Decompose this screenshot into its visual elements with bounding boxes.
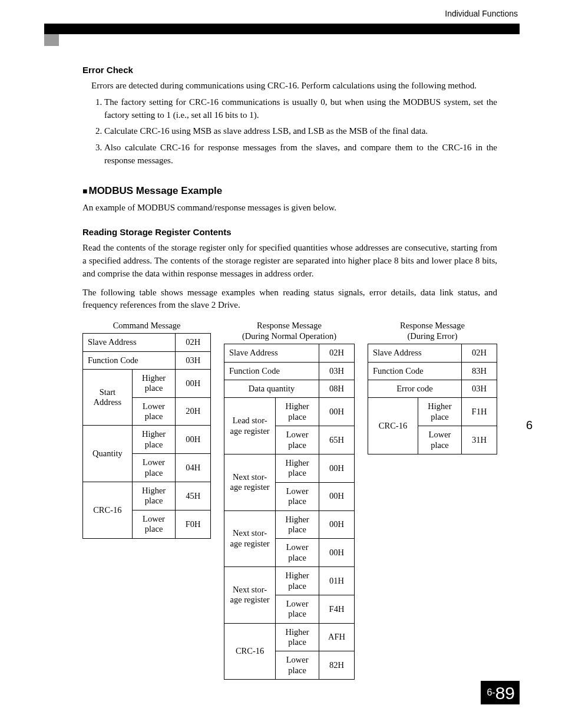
error-check-step: Also calculate CRC-16 for response messa… bbox=[104, 141, 497, 167]
page-number-prefix: 6- bbox=[487, 687, 495, 697]
row-value: 03H bbox=[176, 351, 211, 369]
row-value: 03H bbox=[462, 380, 497, 398]
response-error-caption: Response Message (During Error) bbox=[368, 320, 497, 341]
row-value: 02H bbox=[176, 334, 211, 351]
sub-label: Higher place bbox=[276, 623, 319, 651]
sub-label: Lower place bbox=[132, 510, 176, 538]
row-value: 83H bbox=[462, 362, 497, 380]
row-value: 08H bbox=[319, 380, 354, 398]
row-value: 20H bbox=[176, 397, 211, 426]
header-grey-tab bbox=[44, 34, 59, 46]
row-value: 31H bbox=[462, 426, 497, 454]
sub-label: Higher place bbox=[132, 369, 176, 397]
error-check-step: The factory setting for CRC-16 communica… bbox=[104, 96, 497, 122]
heading-modbus-example: MODBUS Message Example bbox=[82, 185, 497, 197]
row-value: 00H bbox=[176, 426, 211, 454]
row-label: Next stor- age register bbox=[224, 454, 276, 510]
row-value: 00H bbox=[176, 369, 211, 397]
row-value: AFH bbox=[319, 623, 354, 651]
row-value: 01H bbox=[319, 567, 354, 595]
sub-label: Higher place bbox=[276, 567, 319, 595]
header-black-bar bbox=[44, 24, 520, 34]
row-label: Function Code bbox=[83, 351, 176, 369]
row-label: Function Code bbox=[368, 362, 462, 380]
row-value: 02H bbox=[462, 344, 497, 362]
command-message-caption: Command Message bbox=[82, 320, 211, 331]
row-value: 03H bbox=[319, 362, 354, 380]
page-number-box: 6-89 bbox=[481, 681, 520, 704]
sub-label: Lower place bbox=[276, 595, 319, 623]
row-value: 45H bbox=[176, 482, 211, 510]
row-value: F4H bbox=[319, 595, 354, 623]
row-label: CRC-16 bbox=[368, 398, 418, 454]
row-label: Error code bbox=[368, 380, 462, 398]
command-message-block: Command Message Slave Address02H Functio… bbox=[82, 320, 211, 539]
row-label: Next stor- age register bbox=[224, 510, 276, 567]
response-normal-caption: Response Message (During Normal Operatio… bbox=[224, 320, 355, 341]
page-number-value: 89 bbox=[495, 683, 515, 703]
error-check-steps: The factory setting for CRC-16 communica… bbox=[91, 96, 497, 167]
row-label: Slave Address bbox=[83, 334, 176, 351]
row-value: 02H bbox=[319, 344, 354, 362]
row-value: 00H bbox=[319, 539, 354, 567]
sub-label: Higher place bbox=[276, 454, 319, 482]
row-label: CRC-16 bbox=[224, 623, 276, 680]
response-normal-block: Response Message (During Normal Operatio… bbox=[224, 320, 355, 680]
page-header-section: Individual Functions bbox=[445, 9, 518, 18]
sub-label: Higher place bbox=[276, 510, 319, 539]
row-value: 04H bbox=[176, 454, 211, 482]
reading-storage-para2: The following table shows message exampl… bbox=[82, 286, 497, 312]
modbus-example-intro: An example of MODBUS command/response me… bbox=[82, 202, 497, 215]
sub-label: Higher place bbox=[132, 426, 176, 454]
sub-label: Lower place bbox=[418, 426, 461, 454]
row-label: Function Code bbox=[224, 362, 319, 380]
sub-label: Lower place bbox=[276, 651, 319, 680]
response-error-block: Response Message (During Error) Slave Ad… bbox=[368, 320, 497, 454]
row-label: Data quantity bbox=[224, 380, 319, 398]
row-value: 00H bbox=[319, 482, 354, 510]
sub-label: Lower place bbox=[276, 482, 319, 510]
row-value: F0H bbox=[176, 510, 211, 538]
error-check-intro: Errors are detected during communication… bbox=[91, 80, 497, 93]
row-label: Slave Address bbox=[368, 344, 462, 362]
heading-reading-storage: Reading Storage Register Contents bbox=[82, 227, 497, 237]
row-label: Slave Address bbox=[224, 344, 319, 362]
row-label: Lead stor- age register bbox=[224, 398, 276, 454]
sub-label: Higher place bbox=[418, 398, 461, 426]
sub-label: Lower place bbox=[132, 397, 176, 426]
heading-error-check: Error Check bbox=[82, 65, 497, 75]
row-label: Next stor- age register bbox=[224, 567, 276, 624]
row-value: 00H bbox=[319, 510, 354, 539]
response-normal-table: Slave Address02H Function Code03H Data q… bbox=[224, 344, 355, 680]
row-value: 00H bbox=[319, 398, 354, 426]
row-value: 00H bbox=[319, 454, 354, 482]
row-value: 65H bbox=[319, 426, 354, 454]
row-label: CRC-16 bbox=[83, 482, 133, 539]
row-value: F1H bbox=[462, 398, 497, 426]
row-label: Quantity bbox=[83, 426, 133, 482]
response-error-table: Slave Address02H Function Code83H Error … bbox=[368, 344, 497, 454]
command-message-table: Slave Address02H Function Code03H Start … bbox=[82, 333, 211, 538]
error-check-step: Calculate CRC-16 using MSB as slave addr… bbox=[104, 125, 497, 138]
sub-label: Lower place bbox=[276, 426, 319, 454]
reading-storage-para1: Read the contents of the storage registe… bbox=[82, 242, 497, 280]
sub-label: Lower place bbox=[132, 454, 176, 482]
chapter-side-marker: 6 bbox=[526, 419, 533, 432]
row-value: 82H bbox=[319, 651, 354, 680]
sub-label: Higher place bbox=[132, 482, 176, 510]
sub-label: Lower place bbox=[276, 539, 319, 567]
sub-label: Higher place bbox=[276, 398, 319, 426]
row-label: Start Address bbox=[83, 369, 133, 426]
